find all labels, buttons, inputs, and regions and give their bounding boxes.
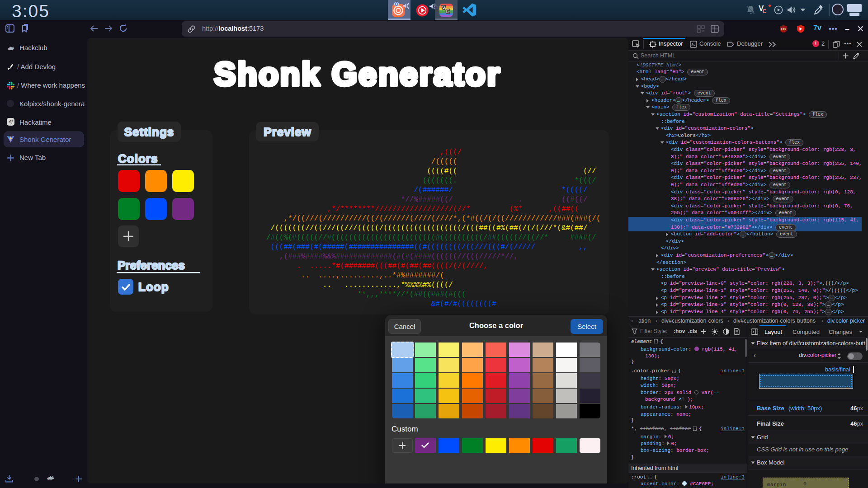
svg-text:Shonk Generator: Shonk Generator: [214, 56, 501, 92]
svg-text:Loop: Loop: [138, 280, 169, 294]
svg-text:Colors: Colors: [118, 152, 158, 165]
svg-text:Preferences: Preferences: [118, 258, 185, 272]
svg-text:UB: UB: [781, 28, 786, 31]
svg-text:Settings: Settings: [124, 125, 175, 139]
svg-text:Preview: Preview: [264, 125, 311, 139]
